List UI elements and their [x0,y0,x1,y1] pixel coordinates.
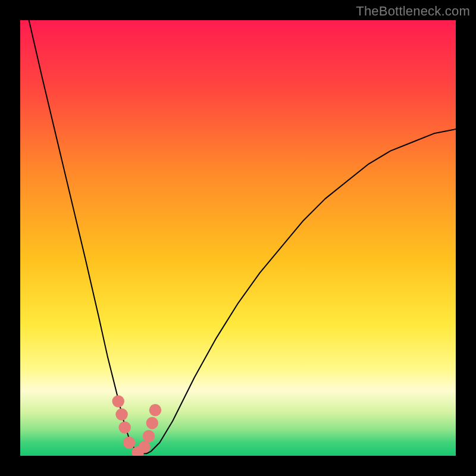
curve-marker [149,404,161,416]
curve-marker [146,417,158,429]
curve-markers [112,395,161,456]
curve-marker [118,421,130,433]
curve-marker [112,395,124,407]
bottleneck-curve [20,20,456,456]
watermark-text: TheBottleneck.com [356,4,470,19]
plot-area [20,20,456,456]
chart-frame: TheBottleneck.com [0,0,476,476]
curve-marker [123,437,135,449]
curve-marker [143,430,155,442]
curve-marker [138,441,150,453]
curve-marker [115,408,127,420]
